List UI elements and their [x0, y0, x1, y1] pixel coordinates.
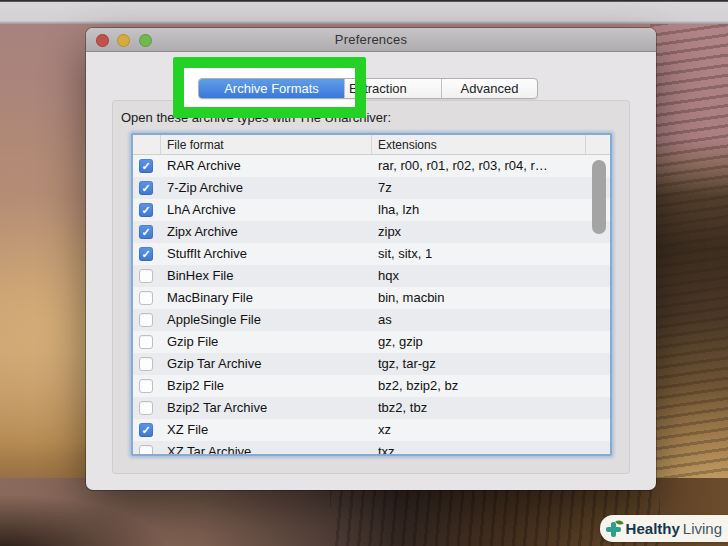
table-header: File format Extensions — [133, 135, 610, 155]
format-checkbox[interactable]: ✓ — [139, 159, 153, 173]
format-checkbox[interactable] — [139, 269, 153, 283]
format-name: Bzip2 File — [161, 375, 372, 397]
format-name: AppleSingle File — [161, 309, 372, 331]
window-titlebar[interactable]: Preferences — [86, 28, 656, 52]
archive-formats-table: File format Extensions ✓ RAR Archive rar… — [131, 133, 612, 456]
header-checkbox-column — [133, 135, 161, 154]
format-extensions: tbz2, tbz — [372, 397, 586, 419]
format-extensions: tgz, tar-gz — [372, 353, 586, 375]
preferences-window: Preferences Open these archive types wit… — [86, 28, 656, 490]
table-row[interactable]: ✓ 7-Zip Archive 7z — [133, 177, 610, 199]
format-name: Gzip Tar Archive — [161, 353, 372, 375]
format-extensions: bz2, bzip2, bz — [372, 375, 586, 397]
format-extensions: 7z — [372, 177, 586, 199]
format-name: RAR Archive — [161, 155, 372, 177]
format-name: XZ File — [161, 419, 372, 441]
format-name: XZ Tar Archive — [161, 441, 372, 456]
table-row[interactable]: ✓ LhA Archive lha, lzh — [133, 199, 610, 221]
check-icon: ✓ — [141, 205, 150, 216]
check-icon: ✓ — [141, 227, 150, 238]
brand-text-bold: Healthy — [626, 520, 680, 537]
table-row[interactable]: XZ Tar Archive txz — [133, 441, 610, 456]
format-extensions: zipx — [372, 221, 586, 243]
format-extensions: xz — [372, 419, 586, 441]
check-icon: ✓ — [141, 161, 150, 172]
intro-label: Open these archive types with The Unarch… — [121, 110, 391, 125]
column-header-extensions[interactable]: Extensions — [372, 135, 586, 154]
format-checkbox[interactable] — [139, 313, 153, 327]
tab-advanced[interactable]: Advanced — [441, 79, 537, 98]
table-row[interactable]: AppleSingle File as — [133, 309, 610, 331]
tab-bar: Archive Formats Extraction Advanced — [198, 78, 538, 99]
table-row[interactable]: MacBinary File bin, macbin — [133, 287, 610, 309]
column-header-file-format[interactable]: File format — [161, 135, 372, 154]
format-checkbox[interactable]: ✓ — [139, 225, 153, 239]
format-name: Bzip2 Tar Archive — [161, 397, 372, 419]
table-row[interactable]: ✓ XZ File xz — [133, 419, 610, 441]
check-icon: ✓ — [141, 425, 150, 436]
format-extensions: txz — [372, 441, 586, 456]
format-extensions: gz, gzip — [372, 331, 586, 353]
table-row[interactable]: ✓ Zipx Archive zipx — [133, 221, 610, 243]
check-icon: ✓ — [141, 183, 150, 194]
brand-text-light: Living — [683, 520, 722, 537]
format-extensions: rar, r00, r01, r02, r03, r04, r… — [372, 155, 586, 177]
format-checkbox[interactable] — [139, 291, 153, 305]
table-row[interactable]: Gzip File gz, gzip — [133, 331, 610, 353]
format-checkbox[interactable]: ✓ — [139, 181, 153, 195]
format-name: Zipx Archive — [161, 221, 372, 243]
healthy-living-cross-icon — [605, 520, 623, 538]
healthy-living-watermark: Healthy Living — [600, 515, 728, 542]
format-name: 7-Zip Archive — [161, 177, 372, 199]
table-row[interactable]: ✓ RAR Archive rar, r00, r01, r02, r03, r… — [133, 155, 610, 177]
format-extensions: bin, macbin — [372, 287, 586, 309]
format-extensions: sit, sitx, 1 — [372, 243, 586, 265]
screenshot-stage: Preferences Open these archive types wit… — [0, 0, 728, 546]
format-checkbox[interactable] — [139, 445, 153, 456]
table-row[interactable]: Bzip2 Tar Archive tbz2, tbz — [133, 397, 610, 419]
header-scrollbar-column — [586, 135, 610, 154]
format-checkbox[interactable]: ✓ — [139, 247, 153, 261]
menu-bar-strip — [0, 0, 728, 24]
wallpaper-cliff-right — [650, 24, 728, 546]
format-checkbox[interactable] — [139, 335, 153, 349]
format-checkbox[interactable] — [139, 357, 153, 371]
table-row[interactable]: Bzip2 File bz2, bzip2, bz — [133, 375, 610, 397]
table-row[interactable]: ✓ StuffIt Archive sit, sitx, 1 — [133, 243, 610, 265]
format-checkbox[interactable]: ✓ — [139, 203, 153, 217]
format-name: Gzip File — [161, 331, 372, 353]
format-extensions: as — [372, 309, 586, 331]
format-checkbox[interactable]: ✓ — [139, 423, 153, 437]
format-name: BinHex File — [161, 265, 372, 287]
tab-extraction[interactable]: Extraction — [344, 79, 441, 98]
tab-archive-formats[interactable]: Archive Formats — [199, 79, 344, 98]
table-row[interactable]: BinHex File hqx — [133, 265, 610, 287]
format-extensions: hqx — [372, 265, 586, 287]
check-icon: ✓ — [141, 249, 150, 260]
format-name: MacBinary File — [161, 287, 372, 309]
format-checkbox[interactable] — [139, 401, 153, 415]
vertical-scrollbar-thumb[interactable] — [592, 160, 606, 234]
format-name: LhA Archive — [161, 199, 372, 221]
table-row[interactable]: Gzip Tar Archive tgz, tar-gz — [133, 353, 610, 375]
window-title: Preferences — [86, 32, 656, 47]
format-checkbox[interactable] — [139, 379, 153, 393]
format-name: StuffIt Archive — [161, 243, 372, 265]
format-extensions: lha, lzh — [372, 199, 586, 221]
format-table-body: ✓ RAR Archive rar, r00, r01, r02, r03, r… — [133, 155, 610, 456]
